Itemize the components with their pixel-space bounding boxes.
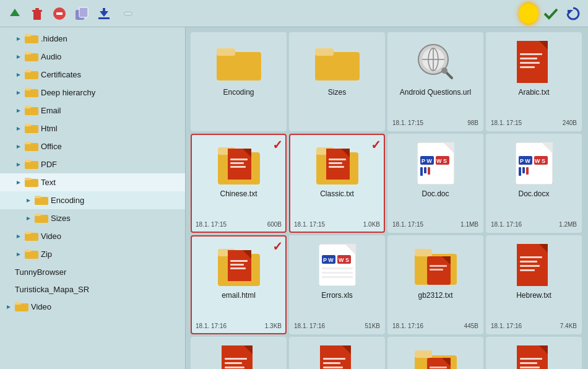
svg-rect-146 xyxy=(323,358,345,360)
file-item-gb2312-txt[interactable]: gb2312.txt18.1. 17:16445B xyxy=(387,235,483,334)
svg-marker-42 xyxy=(27,217,30,220)
copy-button[interactable] xyxy=(72,4,92,24)
file-meta: 18.1. 17:161.3KB xyxy=(196,323,282,329)
file-item-korean-txt[interactable]: Korean.txt18.1. 17:16638B xyxy=(486,337,582,369)
file-size: 1.1MB xyxy=(460,221,478,228)
sidebar-item-encoding[interactable]: Encoding xyxy=(0,191,185,209)
file-item-japanese-txt[interactable]: Japanese 保険業界を.txt18.1. 17:160.90KB xyxy=(387,337,483,369)
file-date: 18.1. 17:15 xyxy=(491,119,522,126)
svg-text:P W: P W xyxy=(323,257,334,263)
svg-rect-2 xyxy=(32,10,42,12)
arrow-icon xyxy=(15,233,22,240)
file-name: gb2312.txt xyxy=(418,291,452,301)
main-layout: .hidden Audio Certificates Deep hierarch… xyxy=(0,27,588,369)
svg-rect-32 xyxy=(25,142,31,144)
sidebar-item-audio[interactable]: Audio xyxy=(0,48,185,66)
sidebar-item-html[interactable]: Html xyxy=(0,119,185,137)
svg-rect-141 xyxy=(225,367,244,368)
svg-rect-26 xyxy=(25,106,31,108)
arrow-icon xyxy=(15,143,22,150)
svg-rect-79 xyxy=(230,166,246,168)
file-size: 600B xyxy=(267,221,282,228)
file-item-android-url[interactable]: Android Questions.url18.1. 17:1598B xyxy=(387,32,483,131)
svg-marker-24 xyxy=(17,109,20,113)
svg-rect-161 xyxy=(520,367,540,368)
svg-point-64 xyxy=(441,67,447,74)
sidebar-item-office[interactable]: Office xyxy=(0,137,185,155)
sidebar-item-video[interactable]: Video xyxy=(0,227,185,245)
svg-rect-113 xyxy=(230,267,246,269)
file-item-hindi-txt[interactable]: Hindi.txt18.1. 17:16388B xyxy=(191,337,287,369)
file-item-sizes-folder[interactable]: Sizes xyxy=(289,32,385,131)
file-name: Classic.txt xyxy=(320,189,354,199)
file-icon xyxy=(315,40,360,84)
svg-rect-111 xyxy=(230,260,248,262)
sidebar-item-deep-hierarchy[interactable]: Deep hierarchy xyxy=(0,84,185,102)
sidebar-item-pdf[interactable]: PDF xyxy=(0,155,185,173)
sidebar-item-sizes[interactable]: Sizes xyxy=(0,209,185,227)
sidebar-item-label: Certificates xyxy=(41,70,81,79)
file-icon xyxy=(315,344,360,369)
svg-rect-1 xyxy=(33,11,41,20)
file-date: 18.1. 17:16 xyxy=(196,323,227,329)
download-button[interactable] xyxy=(94,4,114,24)
file-icon xyxy=(217,141,261,186)
svg-text:P W: P W xyxy=(520,158,530,164)
file-meta: 18.1. 17:1651KB xyxy=(294,323,380,329)
toolbar xyxy=(0,0,588,27)
svg-rect-17 xyxy=(25,52,31,54)
file-name: Arabic.txt xyxy=(518,88,549,98)
folder-icon xyxy=(25,68,38,81)
file-size: 1.2MB xyxy=(559,221,577,228)
file-item-encoding-folder[interactable]: Encoding xyxy=(191,32,287,131)
file-item-hebrew-txt[interactable]: Hebrew.txt18.1. 17:167.4KB xyxy=(486,235,582,334)
sidebar-item-text[interactable]: Text xyxy=(0,173,185,191)
svg-rect-122 xyxy=(322,276,353,278)
folder-icon xyxy=(25,50,38,63)
sun-button[interactable] xyxy=(519,4,538,24)
file-size: 445B xyxy=(464,323,478,329)
svg-rect-5 xyxy=(56,12,63,15)
file-name: Doc.doc xyxy=(422,189,449,199)
svg-rect-132 xyxy=(520,256,542,258)
svg-rect-120 xyxy=(322,267,353,269)
svg-marker-15 xyxy=(17,55,20,59)
file-name: Chinese.txt xyxy=(220,189,257,199)
check-button[interactable] xyxy=(541,4,561,24)
file-item-html-html[interactable]: html.html18.1. 17:1630KB xyxy=(289,337,385,369)
sidebar-item-label: .hidden xyxy=(41,34,67,43)
file-item-classic-txt[interactable]: ✓Classic.txt18.1. 17:151.0KB xyxy=(289,134,385,233)
up-button[interactable] xyxy=(5,4,25,24)
file-meta: 18.1. 17:16445B xyxy=(392,323,478,329)
stop-button[interactable] xyxy=(50,4,69,24)
sidebar-item-hidden[interactable]: .hidden xyxy=(0,30,185,48)
folder-icon xyxy=(15,300,28,313)
svg-rect-121 xyxy=(322,272,353,274)
file-item-doc-docx[interactable]: P W W S Doc.docx18.1. 17:161.2MB xyxy=(486,134,582,233)
file-item-errors-xls[interactable]: P W W S Errors.xls18.1. 17:1651KB xyxy=(289,235,385,334)
svg-rect-135 xyxy=(520,269,535,271)
svg-rect-112 xyxy=(230,264,244,266)
svg-rect-54 xyxy=(217,52,261,80)
folder-icon xyxy=(25,176,38,189)
refresh-button[interactable] xyxy=(563,4,583,24)
sidebar-item-turisticka[interactable]: Turisticka_Mapa_SR xyxy=(0,280,185,298)
svg-rect-23 xyxy=(25,88,31,90)
sidebar-item-video2[interactable]: Video xyxy=(0,298,185,316)
file-item-email-html[interactable]: ✓email.html18.1. 17:161.3KB xyxy=(191,235,287,334)
file-icon xyxy=(413,344,458,369)
arrow-icon xyxy=(25,215,32,222)
file-item-doc-doc[interactable]: P W W S Doc.doc18.1. 17:151.1MB xyxy=(387,134,483,233)
sidebar-item-certificates[interactable]: Certificates xyxy=(0,66,185,84)
file-name: Sizes xyxy=(328,88,346,98)
svg-rect-101 xyxy=(519,167,521,176)
sidebar-item-zip[interactable]: Zip xyxy=(0,245,185,263)
sidebar-item-tunnybrowser[interactable]: TunnyBrowser xyxy=(0,263,185,280)
svg-rect-103 xyxy=(526,167,529,175)
file-item-chinese-txt[interactable]: ✓Chinese.txt18.1. 17:15600B xyxy=(191,134,287,233)
file-size: 98B xyxy=(467,119,478,126)
delete-button[interactable] xyxy=(27,4,47,24)
file-item-arabic-txt[interactable]: Arabic.txt18.1. 17:15240B xyxy=(486,32,582,131)
sidebar-item-email[interactable]: Email xyxy=(0,102,185,119)
arrow-icon xyxy=(25,197,32,204)
